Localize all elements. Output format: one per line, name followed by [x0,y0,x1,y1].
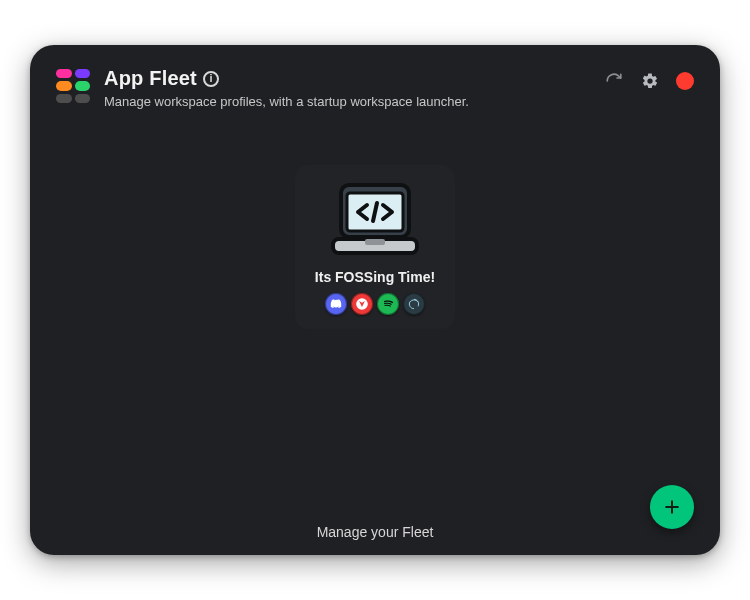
close-button[interactable] [676,72,694,90]
add-workspace-button[interactable] [650,485,694,529]
laptop-code-icon [307,181,443,259]
app-window: App Fleet i Manage workspace profiles, w… [30,45,720,555]
workspace-card[interactable]: Its FOSSing Time! [295,165,455,329]
discord-icon [325,293,347,315]
svg-point-6 [382,298,395,311]
header-actions [604,71,694,91]
workspace-title: Its FOSSing Time! [307,269,443,285]
svg-rect-3 [365,239,385,245]
app-title: App Fleet [104,67,197,90]
app-logo-icon [56,69,90,103]
workspace-grid: Its FOSSing Time! [30,145,720,509]
info-icon[interactable]: i [203,71,219,87]
footer-label: Manage your Fleet [30,509,720,555]
header: App Fleet i Manage workspace profiles, w… [30,45,720,109]
gear-icon[interactable] [640,71,660,91]
spotify-icon [377,293,399,315]
obs-icon [403,293,425,315]
title-block: App Fleet i Manage workspace profiles, w… [104,67,604,109]
vivaldi-icon [351,293,373,315]
app-subtitle: Manage workspace profiles, with a startu… [104,94,604,109]
workspace-app-strip [307,293,443,315]
refresh-icon[interactable] [604,71,624,91]
